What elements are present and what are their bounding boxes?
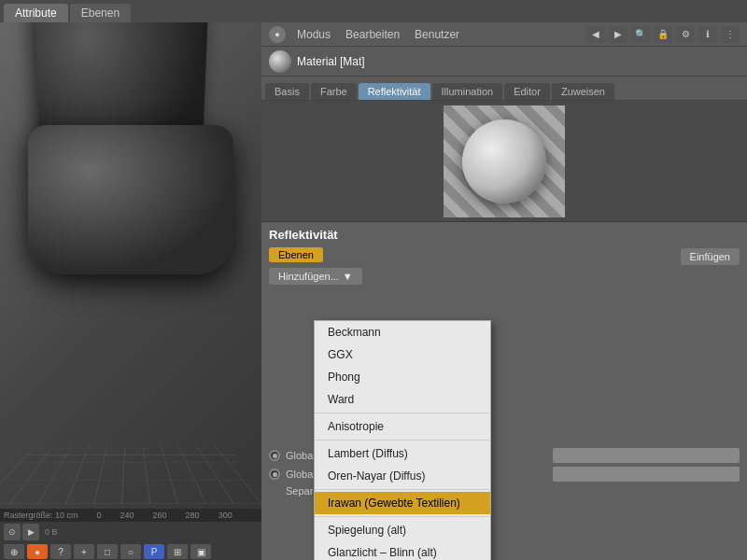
main-layout: Rastergröße: 10 cm 0 240 260 280 300 ⊙ ▶… xyxy=(0,22,747,560)
settings-icon[interactable]: ⚙ xyxy=(676,26,695,43)
forward-icon[interactable]: ▶ xyxy=(609,26,627,43)
viewport-mode-btn[interactable]: ⊙ xyxy=(4,524,21,540)
einfuegen-button[interactable]: Einfügen xyxy=(681,248,740,265)
ruler-280: 280 xyxy=(186,511,200,520)
viewport-icons: ⊕ ● ? + □ ○ P ⊞ ▣ xyxy=(0,542,261,560)
tab-reflektivitaet[interactable]: Reflektivität xyxy=(359,83,430,100)
tab-basis[interactable]: Basis xyxy=(265,83,309,100)
panel-icon: ● xyxy=(269,26,286,43)
ruler-240: 240 xyxy=(120,511,134,520)
tab-editor[interactable]: Editor xyxy=(504,83,550,100)
ruler-0: 0 xyxy=(97,511,102,520)
back-icon[interactable]: ◀ xyxy=(586,26,605,43)
preview-render-sphere xyxy=(462,119,546,203)
tab-illumination[interactable]: Illumination xyxy=(432,83,503,100)
seat-shape xyxy=(28,125,233,274)
panel-icon-symbol: ● xyxy=(275,30,279,39)
dropdown-item-oren-nayar[interactable]: Oren-Nayar (Diffus) xyxy=(315,465,490,487)
3d-object xyxy=(19,50,243,467)
dropdown-item-anisotropie[interactable]: Anisotropie xyxy=(315,415,490,438)
menu-benutzer[interactable]: Benutzer xyxy=(411,26,463,43)
p-icon[interactable]: P xyxy=(144,544,164,559)
ruler-300: 300 xyxy=(218,511,233,520)
toolbar-right: ◀ ▶ 🔍 🔒 ⚙ ℹ ⋮ xyxy=(586,26,740,43)
ruler-label: Rastergröße: 10 cm xyxy=(4,511,78,520)
viewport-canvas[interactable] xyxy=(0,22,261,560)
dropdown-separator-1 xyxy=(315,413,490,413)
dropdown-separator-2 xyxy=(315,440,490,441)
tab-farbe[interactable]: Farbe xyxy=(311,83,357,100)
viewport-ruler: Rastergröße: 10 cm 0 240 260 280 300 xyxy=(0,509,261,522)
dropdown-separator-3 xyxy=(315,489,490,490)
dropdown-menu: Beckmann GGX Phong Ward Anisotropie Lamb… xyxy=(314,320,491,560)
box-icon[interactable]: □ xyxy=(97,544,118,559)
material-header: Material [Mat] xyxy=(261,47,747,77)
lock-icon[interactable]: 🔒 xyxy=(654,26,672,43)
hinzufuegen-button[interactable]: Hinzufügen... ▼ xyxy=(269,268,362,285)
size-label: 0 B xyxy=(45,527,58,537)
snap-icon[interactable]: ⊕ xyxy=(4,544,24,559)
globale-spiege-input[interactable] xyxy=(553,448,740,463)
dropdown-item-spiegelung[interactable]: Spiegelung (alt) xyxy=(315,519,490,541)
material-tab-row: Basis Farbe Reflektivität Illumination E… xyxy=(261,77,747,101)
tab-zuweisen[interactable]: Zuweisen xyxy=(552,83,614,100)
search-icon[interactable]: 🔍 xyxy=(631,26,650,43)
dropdown-item-glanzlicht-blinn[interactable]: Glanzlicht – Blinn (alt) xyxy=(315,541,490,560)
menu-bearbeiten[interactable]: Bearbeiten xyxy=(342,26,403,43)
viewport-toolbar: ⊙ ▶ 0 B xyxy=(0,522,261,542)
hinzufuegen-label: Hinzufügen... xyxy=(278,271,339,282)
dots-icon[interactable]: ⋮ xyxy=(721,26,740,43)
preview-area xyxy=(261,101,747,222)
tab-ebenen[interactable]: Ebenen xyxy=(70,4,131,22)
grid-icon[interactable]: ⊞ xyxy=(167,544,188,559)
content-area: Reflektivität Ebenen Hinzufügen... ▼ Bec… xyxy=(261,222,747,560)
dropdown-item-beckmann[interactable]: Beckmann xyxy=(315,321,490,343)
section-title: Reflektivität xyxy=(269,228,740,242)
ruler-260: 260 xyxy=(153,511,167,520)
tab-attribute[interactable]: Attribute xyxy=(4,4,68,22)
dropdown-item-ward[interactable]: Ward xyxy=(315,388,490,411)
main-tab-bar: Attribute Ebenen xyxy=(0,0,747,22)
question-icon[interactable]: ? xyxy=(50,544,71,559)
viewport-cam-btn[interactable]: ▶ xyxy=(22,524,39,540)
plus-icon[interactable]: + xyxy=(74,544,94,559)
panel-toolbar: ● Modus Bearbeiten Benutzer ◀ ▶ 🔍 🔒 ⚙ ℹ … xyxy=(261,22,747,47)
globale-glanzl-input[interactable] xyxy=(553,467,740,482)
record-icon[interactable]: ● xyxy=(27,544,48,559)
dropdown-item-phong[interactable]: Phong xyxy=(315,366,490,388)
dropdown-separator-4 xyxy=(315,516,490,517)
dropdown-arrow-icon: ▼ xyxy=(343,271,353,282)
viewport-bottom-bar: Rastergröße: 10 cm 0 240 260 280 300 ⊙ ▶… xyxy=(0,509,261,560)
hinzufuegen-container: Hinzufügen... ▼ Beckmann GGX Phong Ward … xyxy=(269,268,740,285)
menu-modus[interactable]: Modus xyxy=(293,26,334,43)
globale-spiege-radio[interactable] xyxy=(269,450,280,461)
viewport-panel: Rastergröße: 10 cm 0 240 260 280 300 ⊙ ▶… xyxy=(0,22,261,560)
info-icon[interactable]: ℹ xyxy=(698,26,717,43)
render-icon[interactable]: ▣ xyxy=(190,544,211,559)
dropdown-item-irawan[interactable]: Irawan (Gewebte Textilien) xyxy=(315,492,490,514)
ebenen-button[interactable]: Ebenen xyxy=(269,247,323,262)
preview-background xyxy=(444,105,565,217)
circle-icon[interactable]: ○ xyxy=(120,544,141,559)
material-name: Material [Mat] xyxy=(297,55,365,68)
dropdown-item-ggx[interactable]: GGX xyxy=(315,343,490,366)
globale-glanzl-radio[interactable] xyxy=(269,469,280,480)
right-panel: ● Modus Bearbeiten Benutzer ◀ ▶ 🔍 🔒 ⚙ ℹ … xyxy=(261,22,747,560)
dropdown-item-lambert[interactable]: Lambert (Diffus) xyxy=(315,442,490,465)
material-preview-sphere xyxy=(269,50,291,73)
